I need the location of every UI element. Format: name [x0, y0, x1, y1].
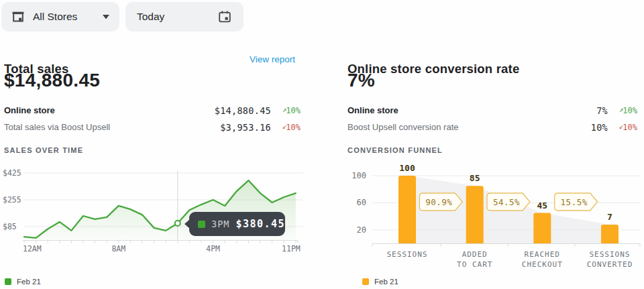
metric-row-online-store-rate: Online store 7% ↗10% [347, 102, 637, 119]
delta-badge: ↙10% [271, 123, 301, 132]
funnel-legend: Feb 21 [362, 278, 398, 286]
tooltip-value: $380.45 [235, 218, 285, 230]
metric-row-boost-upsell-rate: Boost Upsell conversion rate 10% ↙10% [347, 119, 637, 135]
conversion-funnel-label: CONVERSION FUNNEL [347, 146, 443, 154]
svg-text:11PM: 11PM [282, 244, 301, 253]
svg-text:SESSIONS: SESSIONS [387, 250, 428, 259]
svg-text:4PM: 4PM [206, 244, 220, 253]
legend-label: Feb 21 [17, 278, 41, 286]
svg-text:15.5%: 15.5% [561, 197, 588, 207]
svg-text:100: 100 [352, 171, 366, 180]
svg-text:CONVERTED: CONVERTED [587, 260, 633, 269]
metric-row-online-store: Online store $14,880.45 ↗10% [4, 102, 301, 119]
svg-text:SESSIONS: SESSIONS [590, 250, 631, 259]
view-report-link[interactable]: View report [250, 54, 295, 64]
svg-text:100: 100 [399, 163, 415, 173]
chart-tooltip: 3PM $380.45 [189, 212, 285, 236]
metric-row-boost-upsell-sales: Total sales via Boost Upsell $3,953.16 ↙… [4, 119, 301, 135]
delta-badge: ↙10% [608, 123, 637, 132]
svg-text:20: 20 [357, 225, 366, 235]
svg-text:12AM: 12AM [23, 244, 42, 253]
conversion-rate-value: 7% [347, 70, 375, 91]
chevron-down-icon [102, 14, 110, 19]
svg-text:CHECKOUT: CHECKOUT [522, 260, 563, 269]
conversion-funnel-chart[interactable]: 10060201008545790.9%54.5%15.5%SESSIONSAD… [347, 161, 644, 274]
sales-metric-rows: Online store $14,880.45 ↗10% Total sales… [4, 102, 301, 135]
delta-badge: ↗10% [271, 106, 301, 115]
store-selector[interactable]: All Stores [1, 2, 119, 32]
legend-swatch [5, 278, 11, 285]
sales-legend: Feb 21 [5, 278, 41, 286]
svg-text:$425: $425 [3, 168, 21, 178]
svg-text:8AM: 8AM [111, 244, 125, 253]
tooltip-time: 3PM [211, 219, 229, 229]
delta-badge: ↗10% [608, 106, 637, 115]
svg-text:45: 45 [537, 200, 547, 211]
svg-text:$85: $85 [3, 222, 17, 231]
svg-text:7: 7 [607, 212, 612, 222]
svg-text:ADDED: ADDED [462, 250, 488, 259]
total-sales-value: $14,880.45 [4, 70, 100, 91]
storefront-icon [11, 9, 25, 24]
conversion-metric-rows: Online store 7% ↗10% Boost Upsell conver… [347, 102, 637, 135]
tooltip-series-swatch [198, 221, 205, 228]
sales-over-time-label: SALES OVER TIME [4, 146, 83, 154]
svg-text:TO CART: TO CART [457, 260, 492, 269]
svg-text:REACHED: REACHED [525, 250, 560, 259]
legend-swatch [362, 278, 369, 285]
svg-text:90.9%: 90.9% [425, 197, 452, 207]
svg-text:85: 85 [470, 173, 480, 183]
svg-text:$255: $255 [3, 195, 21, 205]
calendar-icon [217, 9, 232, 24]
date-selector[interactable]: Today [125, 2, 244, 32]
analytics-dashboard: All Stores Today Total sales View report… [0, 0, 644, 289]
legend-label: Feb 21 [374, 278, 398, 286]
store-selector-label: All Stores [33, 11, 77, 23]
date-selector-label: Today [137, 11, 164, 23]
svg-text:60: 60 [357, 198, 366, 207]
svg-text:54.5%: 54.5% [493, 197, 520, 207]
